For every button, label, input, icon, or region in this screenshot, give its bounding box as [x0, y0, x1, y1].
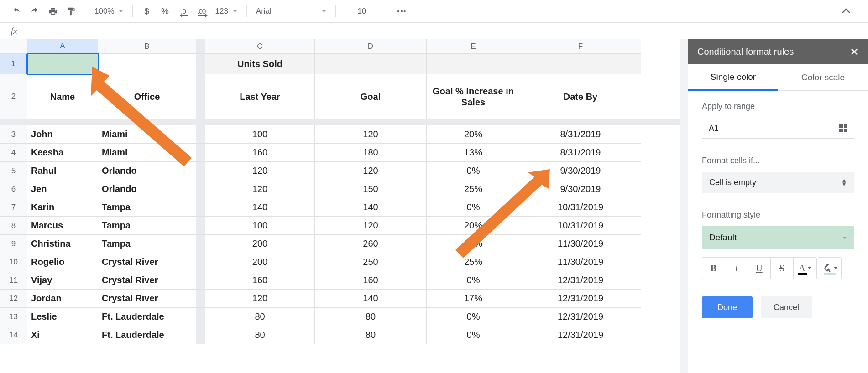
row-header-7[interactable]: 7: [0, 198, 27, 217]
formula-input[interactable]: [28, 23, 868, 39]
cell-C9[interactable]: 200: [205, 235, 315, 253]
cell-D8[interactable]: 120: [315, 217, 427, 235]
row-header-12[interactable]: 12: [0, 290, 27, 308]
row-header-11[interactable]: 11: [0, 271, 27, 290]
cell-E14[interactable]: 0%: [427, 326, 520, 344]
cell-E11[interactable]: 0%: [427, 271, 520, 290]
cell-C4[interactable]: 160: [205, 144, 315, 162]
font-size-selector[interactable]: 10: [341, 3, 382, 20]
cell-E6[interactable]: 25%: [427, 180, 520, 198]
undo-button[interactable]: [8, 3, 25, 20]
cell-C7[interactable]: 140: [205, 198, 315, 217]
cell-D3[interactable]: 120: [315, 125, 427, 144]
cell-C8[interactable]: 100: [205, 217, 315, 235]
cell-B8[interactable]: Tampa: [98, 217, 196, 235]
cell-B14[interactable]: Ft. Lauderdale: [98, 326, 196, 344]
spreadsheet-grid[interactable]: ABCDEF1Units Sold2NameOfficeLast YearGoa…: [0, 39, 688, 373]
cell-C2[interactable]: Last Year: [205, 74, 315, 119]
currency-button[interactable]: $: [138, 3, 155, 20]
cell-B12[interactable]: Crystal River: [98, 290, 196, 308]
cell-E8[interactable]: 20%: [427, 217, 520, 235]
increase-decimal-button[interactable]: .00: [193, 3, 209, 20]
cell-D10[interactable]: 250: [315, 253, 427, 271]
condition-select[interactable]: Cell is empty ▲▼: [702, 172, 854, 193]
cell-F11[interactable]: 12/31/2019: [520, 271, 641, 290]
cell-F13[interactable]: 12/31/2019: [520, 308, 641, 326]
cell-F6[interactable]: 9/30/2019: [520, 180, 641, 198]
cell-F9[interactable]: 11/30/2019: [520, 235, 641, 253]
cell-B9[interactable]: Tampa: [98, 235, 196, 253]
column-header-B[interactable]: B: [98, 39, 196, 54]
fill-color-button[interactable]: [818, 258, 841, 279]
collapse-toolbar-button[interactable]: [842, 8, 851, 15]
bold-button[interactable]: B: [702, 258, 725, 279]
cell-D9[interactable]: 260: [315, 235, 427, 253]
cell-B1[interactable]: [98, 54, 196, 74]
print-button[interactable]: [45, 3, 61, 20]
cell-C3[interactable]: 100: [205, 125, 315, 144]
cell-A14[interactable]: Xi: [27, 326, 98, 344]
cell-F14[interactable]: 12/31/2019: [520, 326, 641, 344]
vertical-scrollbar[interactable]: [680, 39, 688, 373]
row-header-2[interactable]: 2: [0, 74, 27, 119]
cell-E1[interactable]: [427, 54, 520, 74]
style-preset-select[interactable]: Default: [702, 226, 854, 249]
cell-A12[interactable]: Jordan: [27, 290, 98, 308]
cell-C10[interactable]: 200: [205, 253, 315, 271]
cell-A2[interactable]: Name: [27, 74, 98, 119]
cell-C1[interactable]: Units Sold: [205, 54, 315, 74]
cell-E2[interactable]: Goal % Increase in Sales: [427, 74, 520, 119]
italic-button[interactable]: I: [725, 258, 748, 279]
close-panel-button[interactable]: ✕: [850, 46, 859, 58]
cell-D6[interactable]: 150: [315, 180, 427, 198]
cell-D7[interactable]: 140: [315, 198, 427, 217]
cell-F1[interactable]: [520, 54, 641, 74]
row-header-14[interactable]: 14: [0, 326, 27, 344]
cell-E10[interactable]: 25%: [427, 253, 520, 271]
cell-B13[interactable]: Ft. Lauderdale: [98, 308, 196, 326]
cell-C13[interactable]: 80: [205, 308, 315, 326]
cell-D5[interactable]: 120: [315, 162, 427, 180]
cell-F7[interactable]: 10/31/2019: [520, 198, 641, 217]
cell-D1[interactable]: [315, 54, 427, 74]
text-color-button[interactable]: A: [794, 258, 816, 279]
column-header-E[interactable]: E: [427, 39, 520, 54]
cell-A10[interactable]: Rogelio: [27, 253, 98, 271]
number-format-selector[interactable]: 123: [211, 3, 241, 20]
cell-E4[interactable]: 13%: [427, 144, 520, 162]
tab-single-color[interactable]: Single color: [688, 64, 778, 91]
cell-C5[interactable]: 120: [205, 162, 315, 180]
cell-D11[interactable]: 160: [315, 271, 427, 290]
cell-E3[interactable]: 20%: [427, 125, 520, 144]
tab-color-scale[interactable]: Color scale: [778, 64, 868, 91]
cancel-button[interactable]: Cancel: [761, 296, 812, 318]
row-header-6[interactable]: 6: [0, 180, 27, 198]
decrease-decimal-button[interactable]: .0: [175, 3, 191, 20]
cell-A11[interactable]: Vijay: [27, 271, 98, 290]
cell-E12[interactable]: 17%: [427, 290, 520, 308]
cell-A4[interactable]: Keesha: [27, 144, 98, 162]
cell-C6[interactable]: 120: [205, 180, 315, 198]
cell-A9[interactable]: Christina: [27, 235, 98, 253]
cell-C12[interactable]: 120: [205, 290, 315, 308]
cell-B5[interactable]: Orlando: [98, 162, 196, 180]
row-header-4[interactable]: 4: [0, 144, 27, 162]
percent-button[interactable]: %: [157, 3, 173, 20]
cell-B3[interactable]: Miami: [98, 125, 196, 144]
cell-A8[interactable]: Marcus: [27, 217, 98, 235]
cell-A13[interactable]: Leslie: [27, 308, 98, 326]
cell-C14[interactable]: 80: [205, 326, 315, 344]
cell-B6[interactable]: Orlando: [98, 180, 196, 198]
cell-F10[interactable]: 11/30/2019: [520, 253, 641, 271]
column-header-F[interactable]: F: [520, 39, 641, 54]
cell-E7[interactable]: 0%: [427, 198, 520, 217]
cell-D4[interactable]: 180: [315, 144, 427, 162]
cell-B10[interactable]: Crystal River: [98, 253, 196, 271]
more-tools-button[interactable]: •••: [394, 3, 410, 20]
paint-format-button[interactable]: [63, 3, 79, 20]
cell-F3[interactable]: 8/31/2019: [520, 125, 641, 144]
column-header-D[interactable]: D: [315, 39, 427, 54]
cell-C11[interactable]: 160: [205, 271, 315, 290]
done-button[interactable]: Done: [702, 296, 753, 318]
column-header-A[interactable]: A: [27, 39, 98, 54]
